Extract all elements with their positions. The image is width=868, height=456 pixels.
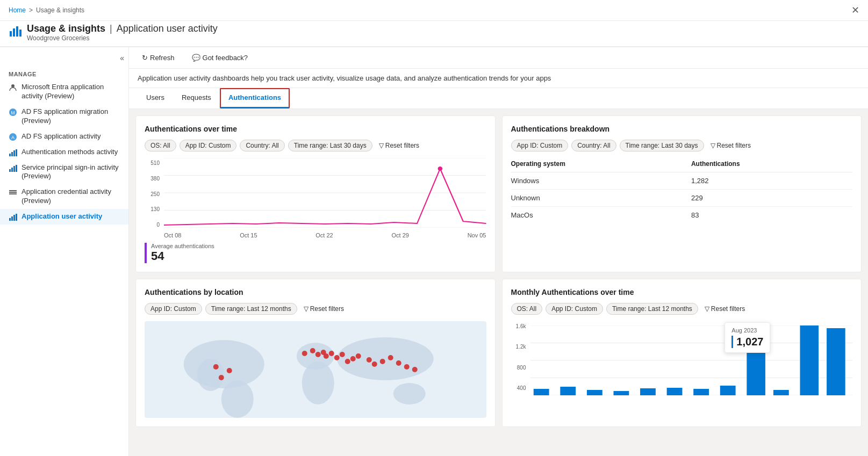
auth-over-time-title: Authentications over time — [145, 125, 486, 133]
location-chip-appid[interactable]: App ID: Custom — [145, 303, 202, 315]
chip-os[interactable]: OS: All — [145, 140, 176, 151]
tab-users[interactable]: Users — [138, 88, 173, 108]
svg-point-54 — [388, 355, 393, 360]
sidebar-item-app-credential[interactable]: Application credential activity (Preview… — [0, 184, 128, 209]
tab-authentications[interactable]: Authentications — [220, 88, 290, 108]
manage-label: Manage — [0, 64, 128, 79]
sidebar-item-app-credential-label: Application credential activity (Preview… — [21, 187, 120, 206]
svg-rect-10 — [11, 152, 13, 156]
sidebar-collapse-button[interactable]: « — [120, 54, 124, 62]
sidebar-item-adfs-migration-label: AD FS application migration (Preview) — [21, 107, 120, 126]
svg-rect-21 — [11, 216, 13, 221]
svg-rect-71 — [747, 350, 765, 395]
svg-point-31 — [197, 359, 224, 391]
sidebar-collapse: « — [0, 52, 128, 64]
chip-appid[interactable]: App ID: Custom — [180, 140, 237, 151]
page-icon — [9, 25, 21, 40]
tab-requests[interactable]: Requests — [173, 88, 220, 108]
svg-point-50 — [356, 353, 361, 359]
svg-point-37 — [213, 364, 219, 370]
monthly-chip-os[interactable]: OS: All — [511, 303, 543, 315]
location-filters: App ID: Custom Time range: Last 12 month… — [145, 303, 486, 315]
svg-point-41 — [310, 348, 315, 353]
breadcrumb-home[interactable]: Home — [9, 6, 26, 14]
y-label-5: 510 — [145, 160, 160, 166]
svg-rect-0 — [10, 31, 12, 37]
app-credential-icon — [9, 188, 17, 197]
row-count-unknown: 229 — [691, 190, 852, 207]
filter-icon: ▽ — [379, 142, 384, 149]
svg-point-49 — [350, 356, 356, 361]
svg-rect-64 — [560, 387, 576, 395]
feedback-button[interactable]: 💬 Got feedback? — [188, 52, 253, 64]
breakdown-chip-appid[interactable]: App ID: Custom — [511, 140, 569, 151]
feedback-label: Got feedback? — [203, 54, 248, 62]
svg-rect-18 — [9, 192, 17, 193]
y-label-1: 0 — [145, 222, 160, 228]
page-title-area: Usage & insights | Application user acti… — [0, 21, 868, 47]
svg-point-52 — [372, 361, 377, 367]
y-label-2: 130 — [145, 206, 160, 212]
tooltip-box: Aug 2023 1,027 — [724, 322, 770, 353]
monthly-chip-timerange[interactable]: Time range: Last 12 months — [606, 303, 698, 315]
svg-point-48 — [345, 359, 350, 364]
monthly-filter-icon: ▽ — [705, 305, 709, 313]
svg-rect-3 — [19, 30, 21, 37]
monthly-reset-link[interactable]: ▽ Reset filters — [701, 303, 748, 315]
refresh-button[interactable]: ↻ Refresh — [138, 52, 179, 64]
adfs-activity-icon: A — [9, 133, 17, 141]
breadcrumb-separator: > — [29, 6, 33, 14]
svg-point-30 — [184, 340, 264, 388]
breakdown-filter-icon: ▽ — [711, 142, 715, 149]
auth-by-location-card: Authentications by location App ID: Cust… — [135, 279, 496, 427]
breakdown-reset-link[interactable]: ▽ Reset filters — [707, 140, 754, 151]
monthly-reset-label: Reset filters — [711, 305, 745, 313]
header-section: Home > Usage & insights ✕ Usage & insigh… — [0, 0, 868, 47]
title-group: Usage & insights | Application user acti… — [27, 23, 218, 42]
svg-point-38 — [227, 368, 232, 373]
sidebar-item-app-user-activity[interactable]: Application user activity — [0, 209, 128, 225]
sidebar-item-service-principal[interactable]: Service principal sign-in activity (Prev… — [0, 160, 128, 185]
svg-rect-19 — [9, 193, 17, 194]
average-stat: Average authentications 54 — [145, 243, 486, 263]
location-reset-link[interactable]: ▽ Reset filters — [300, 303, 347, 315]
sidebar-item-adfs-activity-label: AD FS application activity — [21, 132, 101, 141]
sidebar-item-adfs-activity[interactable]: A AD FS application activity — [0, 129, 128, 144]
sidebar-item-auth-methods[interactable]: Authentication methods activity — [0, 144, 128, 160]
average-value: 54 — [151, 249, 486, 263]
reset-filters-link[interactable]: ▽ Reset filters — [376, 140, 422, 151]
toolbar: ↻ Refresh 💬 Got feedback? — [129, 47, 868, 69]
title-separator: | — [110, 23, 112, 34]
breakdown-table: Operating system Authentications Windows… — [511, 158, 853, 223]
svg-rect-20 — [9, 218, 11, 221]
row-os-unknown: Unknown — [511, 190, 691, 207]
tooltip-date: Aug 2023 — [731, 327, 763, 334]
chip-country[interactable]: Country: All — [240, 140, 284, 151]
breakdown-chip-timerange[interactable]: Time range: Last 30 days — [620, 140, 704, 151]
location-filter-icon: ▽ — [304, 305, 309, 313]
location-chip-timerange[interactable]: Time range: Last 12 months — [205, 303, 297, 315]
col-os: Operating system — [511, 158, 691, 172]
col-auth: Authentications — [691, 158, 852, 172]
sidebar: « Manage Microsoft Entra application act… — [0, 47, 129, 456]
svg-point-36 — [393, 383, 426, 404]
svg-text:M: M — [11, 110, 15, 115]
x-label-2: Oct 15 — [240, 232, 257, 238]
close-button[interactable]: ✕ — [851, 4, 859, 16]
svg-point-44 — [324, 353, 329, 359]
x-label-4: Oct 29 — [391, 232, 408, 238]
auth-breakdown-card: Authentications breakdown App ID: Custom… — [502, 115, 862, 272]
svg-rect-72 — [773, 390, 788, 395]
svg-rect-70 — [720, 386, 735, 395]
feedback-icon: 💬 — [192, 54, 200, 62]
monthly-chip-appid[interactable]: App ID: Custom — [546, 303, 603, 315]
org-name: Woodgrove Groceries — [27, 34, 218, 42]
sidebar-item-adfs-migration[interactable]: M AD FS application migration (Preview) — [0, 104, 128, 129]
row-os-macos: MacOs — [511, 207, 691, 224]
breakdown-chip-country[interactable]: Country: All — [571, 140, 616, 151]
svg-rect-67 — [640, 388, 656, 395]
svg-point-46 — [334, 355, 340, 360]
svg-rect-11 — [13, 150, 15, 156]
sidebar-item-entra-activity[interactable]: Microsoft Entra application activity (Pr… — [0, 79, 128, 104]
chip-timerange[interactable]: Time range: Last 30 days — [288, 140, 372, 151]
